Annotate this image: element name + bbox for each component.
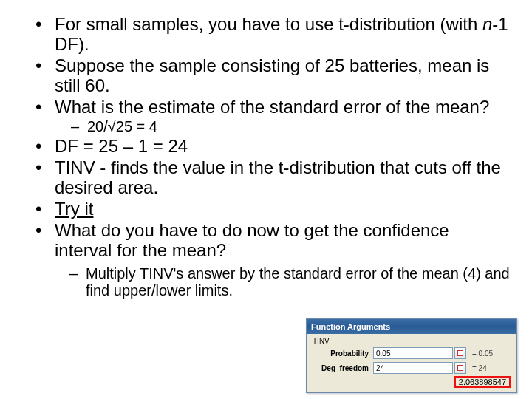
degfreedom-input[interactable]: 24 [373,362,453,374]
bullet-item-5: TINV - finds the value in the t-distribu… [35,158,510,198]
input-value: 24 [376,364,384,372]
bullet-item-7: What do you have to do now to get the co… [35,221,510,261]
bullet-item-3: What is the estimate of the standard err… [35,98,510,136]
text: What do you have to do now to get the co… [55,220,449,260]
ref-button[interactable] [454,362,466,374]
text: Suppose the sample consisting of 25 batt… [55,55,489,95]
function-arguments-dialog: Function Arguments TINV Probability 0.05… [306,318,517,393]
bullet-list: For small samples, you have to use t-dis… [35,15,510,261]
result-value: 2.063898547 [454,376,511,388]
text-italic: n [482,14,492,34]
arg-label: Deg_freedom [311,364,373,372]
try-it-link[interactable]: Try it [55,199,93,219]
sub-list: 20/√25 = 4 [71,118,510,135]
input-value: 0.05 [376,349,390,358]
arg-eval: = 24 [472,364,487,372]
function-name: TINV [311,337,512,345]
bullet-item-6: Try it [35,200,510,219]
arg-row-degfreedom: Deg_freedom 24 = 24 [311,361,512,375]
dash-item: Multiply TINV's answer by the standard e… [69,265,510,299]
slide: For small samples, you have to use t-dis… [0,0,532,399]
arg-label: Probability [311,349,373,358]
dialog-window: Function Arguments TINV Probability 0.05… [306,318,517,393]
text: DF = 25 – 1 = 24 [55,136,188,156]
result-row: 2.063898547 [311,376,512,388]
dialog-title: Function Arguments [311,322,390,331]
text: 20/√25 = 4 [87,118,157,134]
arg-row-probability: Probability 0.05 = 0.05 [311,347,512,360]
after-list: Multiply TINV's answer by the standard e… [69,265,510,299]
bullet-item-4: DF = 25 – 1 = 24 [35,137,510,157]
bullet-item-1: For small samples, you have to use t-dis… [35,15,510,55]
sub-item: 20/√25 = 4 [71,118,510,135]
bullet-item-2: Suppose the sample consisting of 25 batt… [35,56,510,96]
probability-input[interactable]: 0.05 [373,347,453,359]
text: What is the estimate of the standard err… [55,97,489,117]
text: Multiply TINV's answer by the standard e… [86,265,510,299]
ref-button[interactable] [454,347,466,359]
text: TINV - finds the value in the t-distribu… [55,157,501,197]
text: For small samples, you have to use t-dis… [55,14,482,34]
arg-eval: = 0.05 [472,349,493,358]
dialog-body: TINV Probability 0.05 = 0.05 Deg_freedom… [307,334,516,392]
dialog-titlebar: Function Arguments [307,319,516,334]
